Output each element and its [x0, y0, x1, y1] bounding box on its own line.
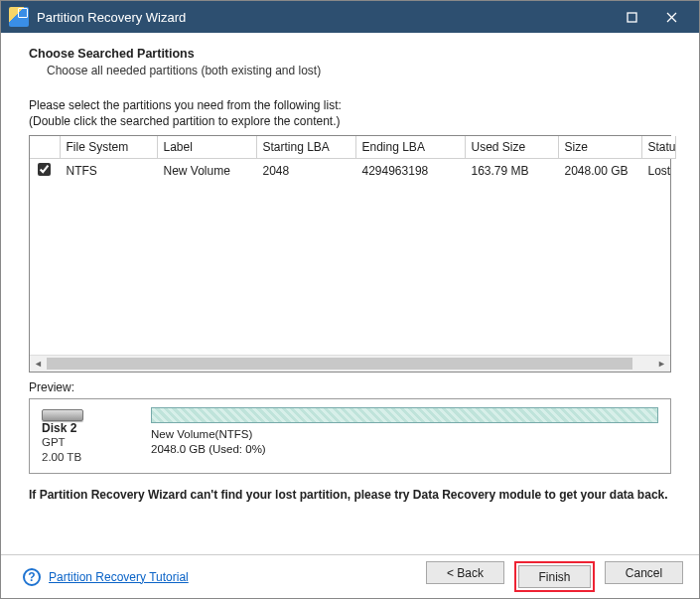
col-startlba[interactable]: Starting LBA [256, 136, 355, 159]
svg-rect-0 [628, 13, 636, 22]
help-icon[interactable]: ? [23, 568, 41, 586]
disk-icon [42, 409, 83, 421]
cancel-button[interactable]: Cancel [605, 561, 683, 584]
finish-highlight: Finish [514, 561, 595, 592]
finish-button[interactable]: Finish [518, 565, 591, 588]
instruction-line-2: (Double click the searched partition to … [29, 113, 671, 129]
cell-endlba: 4294963198 [355, 159, 465, 183]
col-status[interactable]: Statu [641, 136, 675, 159]
scroll-right-arrow-icon[interactable]: ► [653, 356, 670, 372]
col-size[interactable]: Size [558, 136, 641, 159]
row-checkbox[interactable] [38, 163, 51, 176]
tutorial-link[interactable]: Partition Recovery Tutorial [49, 570, 189, 584]
table-row[interactable]: NTFS New Volume 2048 4294963198 163.79 M… [30, 159, 670, 183]
preview-label: Preview: [29, 380, 671, 394]
cell-usedsize: 163.79 MB [465, 159, 558, 183]
col-filesystem[interactable]: File System [60, 136, 157, 159]
horizontal-scrollbar[interactable]: ◄ ► [30, 355, 670, 372]
preview-box: Disk 2 GPT 2.00 TB New Volume(NTFS) 2048… [29, 398, 671, 474]
col-label[interactable]: Label [157, 136, 256, 159]
disk-size: 2.00 TB [42, 450, 81, 465]
section-subheading: Choose all needed partitions (both exist… [47, 64, 671, 77]
cell-status: Lost/ [641, 159, 670, 183]
col-endlba[interactable]: Ending LBA [355, 136, 465, 159]
titlebar: Partition Recovery Wizard [1, 1, 699, 33]
window-title: Partition Recovery Wizard [37, 10, 612, 25]
instruction-line-1: Please select the partitions you need fr… [29, 97, 671, 113]
disk-type: GPT [42, 435, 66, 450]
close-button[interactable] [651, 1, 691, 33]
app-icon [9, 7, 29, 27]
cell-size: 2048.00 GB [558, 159, 641, 183]
scroll-left-arrow-icon[interactable]: ◄ [30, 356, 47, 372]
maximize-button[interactable] [612, 1, 651, 33]
cell-label: New Volume [157, 159, 256, 183]
table-header-row: File System Label Starting LBA Ending LB… [30, 136, 675, 159]
disk-name: Disk 2 [42, 421, 76, 435]
cell-filesystem: NTFS [60, 159, 157, 183]
col-usedsize[interactable]: Used Size [465, 136, 558, 159]
back-button[interactable]: < Back [426, 561, 504, 584]
volume-detail: 2048.0 GB (Used: 0%) [151, 442, 658, 457]
section-heading: Choose Searched Partitions [29, 47, 671, 61]
volume-name: New Volume(NTFS) [151, 427, 658, 442]
warning-text: If Partition Recovery Wizard can't find … [29, 488, 671, 502]
cell-startlba: 2048 [256, 159, 355, 183]
scrollbar-thumb[interactable] [47, 358, 632, 370]
footer: ? Partition Recovery Tutorial < Back Fin… [1, 554, 699, 598]
col-checkbox [30, 136, 60, 159]
partition-table: File System Label Starting LBA Ending LB… [29, 135, 671, 373]
volume-bar [151, 407, 658, 423]
